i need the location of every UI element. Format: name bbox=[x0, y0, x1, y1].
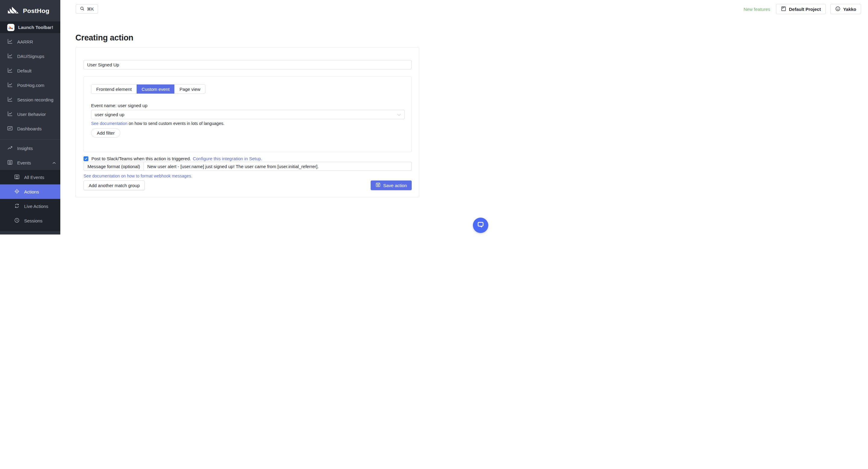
launch-toolbar-label: Launch Toolbar! bbox=[18, 25, 53, 30]
dashboard-icon bbox=[7, 125, 13, 132]
tab-frontend-element[interactable]: Frontend element bbox=[91, 85, 136, 93]
line-chart-icon bbox=[7, 111, 13, 117]
sidebar-item-dashboards[interactable]: Dashboards bbox=[0, 121, 60, 136]
sidebar-item-dau-signups[interactable]: DAU/Signups bbox=[0, 49, 60, 63]
event-name-label: Event name: user signed up bbox=[91, 103, 148, 108]
add-filter-button[interactable]: Add filter bbox=[91, 128, 120, 138]
posthog-wordmark: PostHog bbox=[23, 7, 50, 14]
message-format-label: Message format (optional) bbox=[84, 162, 144, 171]
line-chart-icon bbox=[7, 96, 13, 103]
event-name-select[interactable]: user signed up bbox=[91, 110, 405, 119]
chevron-down-icon bbox=[397, 112, 401, 117]
sidebar-item-insights[interactable]: Insights bbox=[0, 141, 60, 155]
sidebar-item-default[interactable]: Default bbox=[0, 63, 60, 78]
search-shortcut: ⌘K bbox=[87, 7, 94, 11]
match-type-tabs: Frontend element Custom event Page view bbox=[91, 84, 206, 94]
trending-up-icon bbox=[7, 145, 13, 151]
see-documentation-link[interactable]: See documentation bbox=[91, 121, 128, 126]
sidebar-item-sessions[interactable]: Sessions bbox=[0, 213, 60, 228]
sidebar-item-session-recording[interactable]: Session recording bbox=[0, 92, 60, 107]
save-icon bbox=[375, 182, 381, 188]
sidebar-item-actions[interactable]: Actions bbox=[0, 184, 60, 199]
launch-toolbar-button[interactable]: Launch Toolbar! bbox=[0, 22, 60, 33]
line-chart-icon bbox=[7, 53, 13, 59]
webhook-docs-link[interactable]: See documentation on how to format webho… bbox=[84, 174, 192, 178]
events-submenu: All Events Actions Live Actions Sessions bbox=[0, 170, 60, 231]
search-button[interactable]: ⌘K bbox=[76, 4, 98, 13]
line-chart-icon bbox=[7, 82, 13, 88]
main-content: ⌘K New features Default Project Yakko Cr… bbox=[60, 0, 434, 235]
message-format-input[interactable] bbox=[144, 162, 412, 171]
slack-checkbox[interactable] bbox=[84, 156, 88, 161]
line-chart-icon bbox=[7, 39, 13, 45]
events-icon bbox=[14, 174, 20, 180]
sidebar-item-live-actions[interactable]: Live Actions bbox=[0, 199, 60, 213]
posthog-logo[interactable]: PostHog bbox=[0, 0, 60, 22]
save-action-button[interactable]: Save action bbox=[371, 180, 412, 190]
search-icon bbox=[80, 6, 85, 12]
add-match-group-button[interactable]: Add another match group bbox=[84, 180, 145, 190]
posthog-logo-icon bbox=[7, 6, 20, 16]
event-select-value: user signed up bbox=[95, 112, 124, 117]
events-icon bbox=[7, 160, 13, 166]
sync-icon bbox=[14, 203, 20, 209]
sidebar-item-aarrr[interactable]: AARRR bbox=[0, 34, 60, 49]
action-name-input[interactable] bbox=[84, 60, 412, 69]
message-format-group: Message format (optional) bbox=[84, 162, 412, 171]
action-form-card: Frontend element Custom event Page view … bbox=[75, 48, 419, 197]
save-action-label: Save action bbox=[383, 183, 407, 188]
chevron-up-icon bbox=[52, 160, 56, 166]
configure-integration-link[interactable]: Configure this integration in Setup. bbox=[193, 156, 262, 161]
tab-page-view[interactable]: Page view bbox=[174, 85, 205, 93]
custom-event-docs-text: See documentation on how to send custom … bbox=[91, 121, 224, 126]
slack-checkbox-label: Post to Slack/Teams when this action is … bbox=[91, 156, 191, 161]
sidebar: PostHog Launch Toolbar! AARRR DAU/Signup… bbox=[0, 0, 60, 235]
aim-icon bbox=[14, 188, 20, 195]
sidebar-item-all-events[interactable]: All Events bbox=[0, 170, 60, 184]
sidebar-item-posthog-com[interactable]: PostHog.com bbox=[0, 78, 60, 92]
sidebar-item-events[interactable]: Events bbox=[0, 155, 60, 170]
match-group-section: Frontend element Custom event Page view … bbox=[84, 76, 412, 152]
clock-icon bbox=[14, 217, 20, 224]
sidebar-item-user-behavior[interactable]: User Behavior bbox=[0, 107, 60, 121]
tab-custom-event[interactable]: Custom event bbox=[136, 85, 175, 93]
page-title: Creating action bbox=[75, 33, 133, 42]
line-chart-icon bbox=[7, 68, 13, 74]
posthog-color-logo-icon bbox=[7, 24, 14, 31]
